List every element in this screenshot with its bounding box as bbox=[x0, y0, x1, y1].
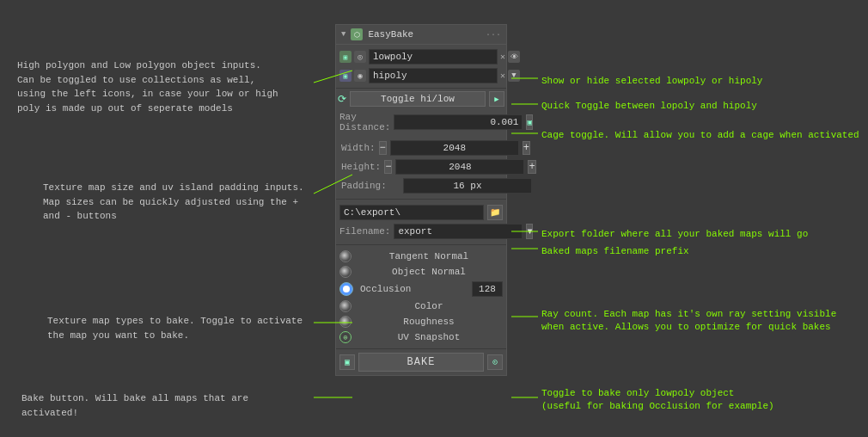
uv-snapshot-icon: ⊕ bbox=[339, 331, 351, 343]
width-input[interactable] bbox=[390, 140, 519, 156]
easybake-panel: ▼ ⬡ EasyBake ··· ▣ ◎ ✕ 👁 ▣ ◉ ✕ ▼ ⟳ Toggl… bbox=[335, 24, 507, 376]
color-icon bbox=[339, 300, 351, 312]
map-row-tangent-normal: Tangent Normal bbox=[339, 249, 503, 264]
height-label: Height: bbox=[341, 162, 381, 172]
hipoly-input[interactable] bbox=[369, 68, 498, 83]
cage-toggle-callout: Cage toggle. Will allow you to add a cag… bbox=[541, 129, 859, 142]
bake-left-icon: ▣ bbox=[339, 354, 355, 370]
refresh-icon: ⟳ bbox=[338, 93, 346, 106]
object-normal-label: Object Normal bbox=[355, 267, 503, 277]
width-plus-button[interactable]: + bbox=[523, 141, 530, 155]
toggle-row: ⟳ Toggle hi/low ▶ bbox=[336, 89, 506, 109]
filename-prefix-callout: Baked maps filename prefix bbox=[541, 245, 689, 258]
toggle-hilow-button[interactable]: Toggle hi/low bbox=[350, 91, 486, 107]
hipoly-visibility-icon[interactable]: ◉ bbox=[354, 70, 366, 82]
panel-title: EasyBake bbox=[368, 29, 413, 40]
lowpoly-eye-icon[interactable]: 👁 bbox=[508, 51, 520, 63]
maps-section: Tangent Normal Object Normal Occlusion C… bbox=[336, 245, 506, 349]
size-section: Width: − + Height: − + Padding: bbox=[336, 135, 506, 200]
map-row-occlusion: Occlusion bbox=[339, 280, 503, 299]
filename-label: Filename: bbox=[339, 226, 390, 237]
tangent-normal-label: Tangent Normal bbox=[355, 251, 503, 262]
filename-row: Filename: ▼ bbox=[339, 222, 503, 241]
map-row-color: Color bbox=[339, 299, 503, 314]
lowpoly-row: ▣ ◎ ✕ 👁 bbox=[339, 47, 503, 66]
ray-distance-row: Ray Distance: ▣ bbox=[336, 109, 506, 135]
map-row-object-normal: Object Normal bbox=[339, 264, 503, 280]
roughness-label: Roughness bbox=[355, 317, 503, 327]
padding-label: Padding: bbox=[341, 181, 384, 191]
bake-lowpoly-callout: Toggle to bake only lowpoly object (usef… bbox=[541, 387, 774, 414]
hipoly-collection-icon[interactable]: ▣ bbox=[339, 70, 351, 82]
lowpoly-clear-button[interactable]: ✕ bbox=[500, 51, 505, 63]
height-input[interactable] bbox=[395, 159, 524, 175]
panel-menu-dots[interactable]: ··· bbox=[486, 30, 501, 40]
bake-button[interactable]: BAKE bbox=[358, 353, 484, 372]
export-folder-callout: Export folder where all your baked maps … bbox=[541, 228, 808, 241]
occlusion-label: Occlusion bbox=[357, 284, 468, 294]
ray-cage-button[interactable]: ▣ bbox=[526, 114, 532, 130]
lowpoly-input[interactable] bbox=[369, 49, 498, 65]
width-label: Width: bbox=[341, 143, 376, 153]
quick-toggle-callout: Quick Toggle between lopoly and hipoly bbox=[541, 100, 757, 113]
height-minus-button[interactable]: − bbox=[384, 160, 392, 174]
map-types-label: Texture map types to bake. Toggle to act… bbox=[47, 314, 314, 342]
show-hide-callout: Show or hide selected lowpoly or hipoly bbox=[541, 75, 762, 88]
export-section: 📁 Filename: ▼ bbox=[336, 200, 506, 245]
color-label: Color bbox=[355, 301, 503, 311]
panel-icon: ⬡ bbox=[351, 28, 363, 40]
occlusion-toggle-inner bbox=[343, 286, 350, 292]
filename-extra-button[interactable]: ▼ bbox=[526, 224, 533, 239]
tangent-normal-icon bbox=[339, 250, 351, 262]
height-plus-button[interactable]: + bbox=[528, 160, 535, 174]
lowpoly-collection-icon[interactable]: ▣ bbox=[339, 51, 351, 63]
export-path-row: 📁 bbox=[339, 203, 503, 222]
object-normal-icon bbox=[339, 266, 351, 278]
ray-distance-label: Ray Distance: bbox=[339, 112, 390, 132]
occlusion-toggle[interactable] bbox=[339, 282, 353, 296]
objects-label: High polygon and Low polygon object inpu… bbox=[17, 58, 284, 115]
occlusion-ray-count[interactable] bbox=[472, 281, 503, 297]
hipoly-row: ▣ ◉ ✕ ▼ bbox=[339, 66, 503, 85]
map-row-roughness: Roughness bbox=[339, 314, 503, 329]
ray-count-callout: Ray count. Each map has it's own ray set… bbox=[541, 308, 836, 335]
lowpoly-visibility-icon[interactable]: ◎ bbox=[354, 51, 366, 63]
padding-row: Padding: bbox=[341, 176, 501, 195]
roughness-icon bbox=[339, 316, 351, 328]
export-path-input[interactable] bbox=[339, 205, 484, 220]
bake-right-icon[interactable]: ⊙ bbox=[487, 354, 503, 370]
ray-distance-input[interactable] bbox=[394, 114, 523, 130]
collapse-triangle[interactable]: ▼ bbox=[341, 30, 345, 39]
panel-header: ▼ ⬡ EasyBake ··· bbox=[336, 25, 506, 45]
folder-browse-button[interactable]: 📁 bbox=[487, 205, 503, 220]
padding-input[interactable] bbox=[403, 178, 532, 194]
hipoly-clear-button[interactable]: ✕ bbox=[500, 70, 505, 82]
texture-label: Texture map size and uv island padding i… bbox=[43, 181, 309, 224]
uv-snapshot-label: UV Snapshot bbox=[355, 332, 503, 342]
bake-section: ▣ BAKE ⊙ bbox=[336, 349, 506, 375]
height-row: Height: − + bbox=[341, 157, 501, 176]
filename-input[interactable] bbox=[394, 224, 523, 239]
width-minus-button[interactable]: − bbox=[379, 141, 387, 155]
map-row-uv-snapshot: ⊕ UV Snapshot bbox=[339, 329, 503, 345]
bake-label: Bake button. Will bake all maps that are… bbox=[21, 391, 288, 420]
hipoly-eye-icon[interactable]: ▼ bbox=[508, 70, 520, 82]
cage-toggle-button[interactable]: ▶ bbox=[489, 91, 504, 107]
objects-section: ▣ ◎ ✕ 👁 ▣ ◉ ✕ ▼ bbox=[336, 45, 506, 89]
width-row: Width: − + bbox=[341, 138, 501, 157]
